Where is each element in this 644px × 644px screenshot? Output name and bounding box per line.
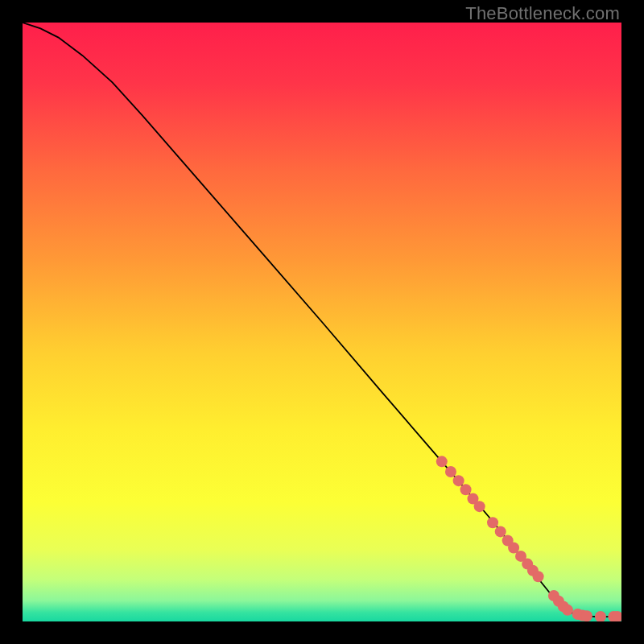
data-marker — [460, 484, 472, 495]
data-marker — [453, 475, 464, 486]
data-marker — [495, 526, 506, 537]
data-marker — [533, 571, 544, 582]
data-marker — [445, 466, 456, 477]
data-marker — [474, 501, 485, 512]
chart-frame: TheBottleneck.com — [0, 0, 644, 644]
data-marker — [436, 456, 448, 467]
chart-svg — [23, 23, 621, 621]
watermark-text: TheBottleneck.com — [465, 3, 620, 24]
data-marker — [581, 610, 592, 621]
data-marker — [487, 517, 498, 528]
plot-area — [23, 23, 621, 621]
data-marker — [562, 605, 573, 616]
